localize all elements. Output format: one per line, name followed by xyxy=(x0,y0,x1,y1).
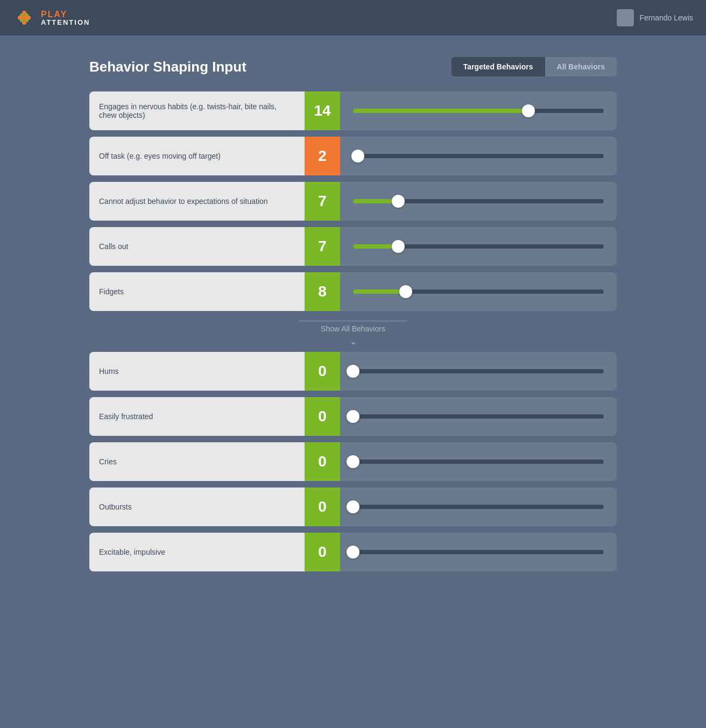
slider-track[interactable] xyxy=(353,289,604,294)
user-info: Fernando Lewis xyxy=(617,9,693,26)
behavior-list-main: Engages in nervous habits (e.g. twists-h… xyxy=(89,91,617,311)
slider-thumb[interactable] xyxy=(392,195,405,208)
behavior-label: Easily frustrated xyxy=(89,397,305,436)
slider-thumb[interactable] xyxy=(347,546,359,559)
behavior-slider-area[interactable] xyxy=(340,460,617,464)
behavior-row: Engages in nervous habits (e.g. twists-h… xyxy=(89,91,617,130)
behavior-slider-area[interactable] xyxy=(340,369,617,373)
show-all-button[interactable]: Show All Behaviors xyxy=(321,324,385,333)
behavior-row: Off task (e.g. eyes moving off target)2 xyxy=(89,137,617,175)
slider-thumb[interactable] xyxy=(347,365,359,378)
slider-track[interactable] xyxy=(353,505,604,509)
slider-fill xyxy=(353,289,406,294)
behavior-label: Excitable, impulsive xyxy=(89,533,305,571)
behavior-slider-area[interactable] xyxy=(340,505,617,509)
behavior-label: Fidgets xyxy=(89,272,305,311)
behavior-slider-area[interactable] xyxy=(340,550,617,554)
logo: PLAY ATTENTION xyxy=(13,6,90,29)
behavior-score: 0 xyxy=(305,397,340,436)
behavior-score: 7 xyxy=(305,182,340,221)
behavior-row: Outbursts0 xyxy=(89,487,617,526)
app-header: PLAY ATTENTION Fernando Lewis xyxy=(0,0,706,36)
behavior-label: Engages in nervous habits (e.g. twists-h… xyxy=(89,91,305,130)
behavior-row: Calls out7 xyxy=(89,227,617,266)
tab-targeted-behaviors[interactable]: Targeted Behaviors xyxy=(451,57,545,76)
behavior-score: 14 xyxy=(305,91,340,130)
behavior-score: 0 xyxy=(305,487,340,526)
chevron-down-icon: ⌄ xyxy=(350,336,357,347)
behavior-score: 7 xyxy=(305,227,340,266)
slider-thumb[interactable] xyxy=(347,410,359,423)
user-avatar xyxy=(617,9,634,26)
slider-thumb[interactable] xyxy=(351,150,364,162)
behavior-slider-area[interactable] xyxy=(340,154,617,158)
behavior-slider-area[interactable] xyxy=(340,244,617,249)
behavior-score: 2 xyxy=(305,137,340,175)
slider-track[interactable] xyxy=(353,550,604,554)
behavior-row: Excitable, impulsive0 xyxy=(89,533,617,571)
divider-line xyxy=(299,321,407,321)
behavior-slider-area[interactable] xyxy=(340,289,617,294)
behavior-slider-area[interactable] xyxy=(340,109,617,113)
behavior-row: Hums0 xyxy=(89,352,617,391)
main-content: Behavior Shaping Input Targeted Behavior… xyxy=(57,36,649,593)
slider-thumb[interactable] xyxy=(522,104,535,117)
behavior-label: Cannot adjust behavior to expectations o… xyxy=(89,182,305,221)
slider-thumb[interactable] xyxy=(347,500,359,513)
show-all-section: Show All Behaviors ⌄ xyxy=(89,311,617,352)
behavior-row: Easily frustrated0 xyxy=(89,397,617,436)
behavior-row: Fidgets8 xyxy=(89,272,617,311)
tab-group: Targeted Behaviors All Behaviors xyxy=(451,57,617,76)
behavior-row: Cannot adjust behavior to expectations o… xyxy=(89,182,617,221)
behavior-label: Outbursts xyxy=(89,487,305,526)
slider-track[interactable] xyxy=(353,244,604,249)
slider-track[interactable] xyxy=(353,460,604,464)
behavior-score: 0 xyxy=(305,442,340,481)
slider-track[interactable] xyxy=(353,199,604,203)
logo-play-label: PLAY xyxy=(41,10,90,19)
slider-track[interactable] xyxy=(353,154,604,158)
tab-all-behaviors[interactable]: All Behaviors xyxy=(545,57,617,76)
behavior-label: Cries xyxy=(89,442,305,481)
page-title: Behavior Shaping Input xyxy=(89,59,246,75)
behavior-label: Off task (e.g. eyes moving off target) xyxy=(89,137,305,175)
behavior-label: Calls out xyxy=(89,227,305,266)
page-header: Behavior Shaping Input Targeted Behavior… xyxy=(89,57,617,76)
slider-thumb[interactable] xyxy=(347,455,359,468)
slider-track[interactable] xyxy=(353,414,604,419)
slider-track[interactable] xyxy=(353,369,604,373)
logo-text: PLAY ATTENTION xyxy=(41,10,90,26)
behavior-score: 0 xyxy=(305,352,340,391)
logo-icon xyxy=(13,6,36,29)
logo-attention-label: ATTENTION xyxy=(41,19,90,26)
slider-fill xyxy=(353,109,528,113)
user-name: Fernando Lewis xyxy=(639,13,693,22)
behavior-slider-area[interactable] xyxy=(340,414,617,419)
slider-thumb[interactable] xyxy=(392,240,405,253)
slider-thumb[interactable] xyxy=(399,285,412,298)
behavior-score: 8 xyxy=(305,272,340,311)
behavior-slider-area[interactable] xyxy=(340,199,617,203)
behavior-list-extra: Hums0Easily frustrated0Cries0Outbursts0E… xyxy=(89,352,617,571)
behavior-label: Hums xyxy=(89,352,305,391)
svg-point-9 xyxy=(22,15,27,20)
behavior-score: 0 xyxy=(305,533,340,571)
slider-track[interactable] xyxy=(353,109,604,113)
behavior-row: Cries0 xyxy=(89,442,617,481)
